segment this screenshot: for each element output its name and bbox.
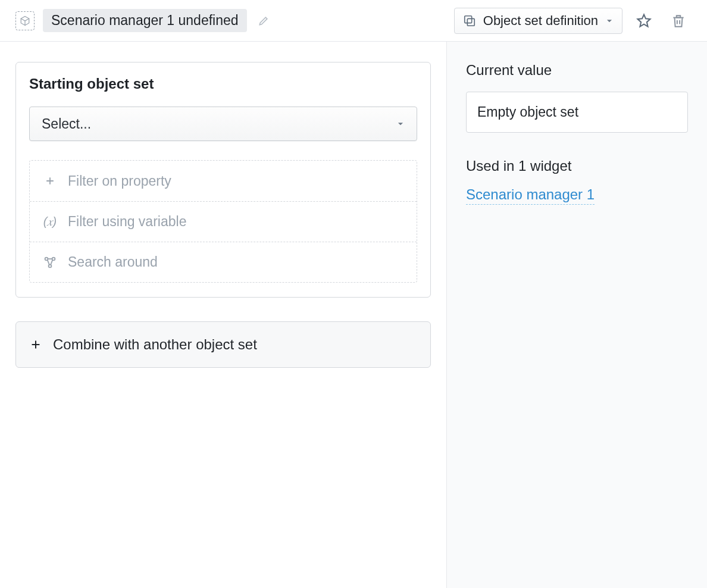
svg-point-4 [49, 264, 52, 267]
pencil-icon [258, 15, 270, 27]
filter-options-list: Filter on property (𝑥) Filter using vari… [29, 160, 417, 283]
filter-on-property-button[interactable]: Filter on property [30, 161, 417, 201]
type-dropdown[interactable]: Object set definition [454, 8, 622, 34]
page-title-chip[interactable]: Scenario manager 1 undefined [43, 9, 247, 32]
svg-rect-1 [467, 18, 474, 26]
search-around-label: Search around [68, 254, 158, 270]
trash-icon [671, 13, 686, 29]
graph-icon [42, 255, 58, 270]
favorite-button[interactable] [631, 8, 657, 34]
body: Starting object set Select... Fil [0, 42, 707, 588]
variable-icon: (𝑥) [42, 215, 58, 229]
edit-title-button[interactable] [255, 12, 272, 29]
header-bar: Scenario manager 1 undefined Object set … [0, 0, 707, 42]
side-panel: Current value Empty object set Used in 1… [446, 42, 707, 588]
object-set-icon [463, 14, 476, 27]
used-in-heading: Used in 1 widget [466, 158, 688, 174]
search-around-button[interactable]: Search around [30, 242, 417, 282]
type-dropdown-label: Object set definition [483, 13, 598, 29]
star-icon [636, 12, 652, 29]
filter-variable-label: Filter using variable [68, 214, 186, 230]
starting-object-set-select[interactable]: Select... [29, 107, 417, 141]
plus-icon [42, 175, 58, 187]
starting-object-set-card: Starting object set Select... Fil [15, 62, 431, 298]
chevron-down-icon [396, 120, 405, 128]
select-placeholder: Select... [42, 116, 91, 132]
cube-icon [20, 15, 30, 26]
svg-rect-0 [465, 15, 472, 23]
filter-using-variable-button[interactable]: (𝑥) Filter using variable [30, 201, 417, 242]
chevron-down-icon [605, 17, 614, 25]
current-value-heading: Current value [466, 62, 688, 79]
main-panel: Starting object set Select... Fil [0, 42, 446, 588]
delete-button[interactable] [665, 8, 692, 34]
widget-link[interactable]: Scenario manager 1 [466, 186, 595, 205]
card-title: Starting object set [29, 76, 417, 92]
filter-property-label: Filter on property [68, 173, 171, 189]
combine-label: Combine with another object set [53, 336, 257, 353]
plus-icon [29, 338, 42, 351]
object-cube-badge [15, 11, 35, 30]
combine-object-set-button[interactable]: Combine with another object set [15, 321, 431, 368]
current-value-box: Empty object set [466, 92, 688, 133]
